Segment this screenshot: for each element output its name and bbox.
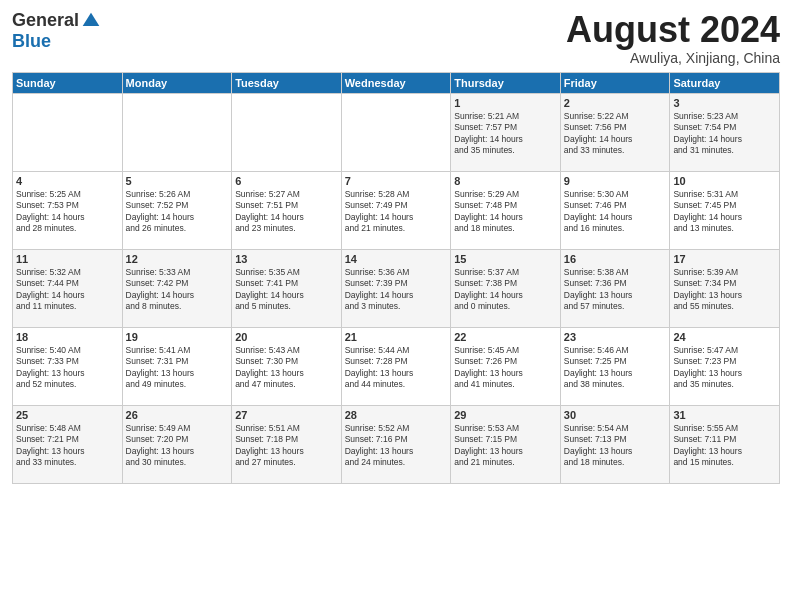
calendar-cell: [13, 93, 123, 171]
col-monday: Monday: [122, 72, 232, 93]
location-subtitle: Awuliya, Xinjiang, China: [566, 50, 780, 66]
day-number: 27: [235, 409, 338, 421]
day-detail: Sunrise: 5:47 AM Sunset: 7:23 PM Dayligh…: [673, 345, 776, 391]
calendar-week-0: 1Sunrise: 5:21 AM Sunset: 7:57 PM Daylig…: [13, 93, 780, 171]
logo-icon: [81, 11, 101, 31]
day-detail: Sunrise: 5:39 AM Sunset: 7:34 PM Dayligh…: [673, 267, 776, 313]
logo-general: General: [12, 10, 79, 31]
day-number: 7: [345, 175, 448, 187]
page-container: General Blue August 2024 Awuliya, Xinjia…: [0, 0, 792, 492]
day-number: 13: [235, 253, 338, 265]
day-number: 31: [673, 409, 776, 421]
day-number: 29: [454, 409, 557, 421]
day-number: 21: [345, 331, 448, 343]
calendar-cell: 11Sunrise: 5:32 AM Sunset: 7:44 PM Dayli…: [13, 249, 123, 327]
calendar-cell: 6Sunrise: 5:27 AM Sunset: 7:51 PM Daylig…: [232, 171, 342, 249]
calendar-cell: 22Sunrise: 5:45 AM Sunset: 7:26 PM Dayli…: [451, 327, 561, 405]
day-detail: Sunrise: 5:22 AM Sunset: 7:56 PM Dayligh…: [564, 111, 667, 157]
day-number: 4: [16, 175, 119, 187]
calendar-cell: 18Sunrise: 5:40 AM Sunset: 7:33 PM Dayli…: [13, 327, 123, 405]
day-detail: Sunrise: 5:45 AM Sunset: 7:26 PM Dayligh…: [454, 345, 557, 391]
col-wednesday: Wednesday: [341, 72, 451, 93]
calendar-cell: 19Sunrise: 5:41 AM Sunset: 7:31 PM Dayli…: [122, 327, 232, 405]
day-number: 1: [454, 97, 557, 109]
day-number: 22: [454, 331, 557, 343]
day-detail: Sunrise: 5:49 AM Sunset: 7:20 PM Dayligh…: [126, 423, 229, 469]
day-number: 5: [126, 175, 229, 187]
calendar-cell: 14Sunrise: 5:36 AM Sunset: 7:39 PM Dayli…: [341, 249, 451, 327]
day-detail: Sunrise: 5:33 AM Sunset: 7:42 PM Dayligh…: [126, 267, 229, 313]
logo-blue: Blue: [12, 31, 51, 52]
day-number: 11: [16, 253, 119, 265]
day-number: 30: [564, 409, 667, 421]
month-title: August 2024: [566, 10, 780, 50]
day-detail: Sunrise: 5:40 AM Sunset: 7:33 PM Dayligh…: [16, 345, 119, 391]
day-detail: Sunrise: 5:23 AM Sunset: 7:54 PM Dayligh…: [673, 111, 776, 157]
day-detail: Sunrise: 5:51 AM Sunset: 7:18 PM Dayligh…: [235, 423, 338, 469]
calendar-cell: 24Sunrise: 5:47 AM Sunset: 7:23 PM Dayli…: [670, 327, 780, 405]
day-detail: Sunrise: 5:36 AM Sunset: 7:39 PM Dayligh…: [345, 267, 448, 313]
day-detail: Sunrise: 5:37 AM Sunset: 7:38 PM Dayligh…: [454, 267, 557, 313]
calendar-week-2: 11Sunrise: 5:32 AM Sunset: 7:44 PM Dayli…: [13, 249, 780, 327]
day-detail: Sunrise: 5:26 AM Sunset: 7:52 PM Dayligh…: [126, 189, 229, 235]
day-detail: Sunrise: 5:28 AM Sunset: 7:49 PM Dayligh…: [345, 189, 448, 235]
day-detail: Sunrise: 5:54 AM Sunset: 7:13 PM Dayligh…: [564, 423, 667, 469]
svg-marker-0: [83, 12, 100, 25]
day-number: 10: [673, 175, 776, 187]
day-number: 12: [126, 253, 229, 265]
page-header: General Blue August 2024 Awuliya, Xinjia…: [12, 10, 780, 66]
calendar-cell: 30Sunrise: 5:54 AM Sunset: 7:13 PM Dayli…: [560, 405, 670, 483]
calendar-cell: 16Sunrise: 5:38 AM Sunset: 7:36 PM Dayli…: [560, 249, 670, 327]
day-detail: Sunrise: 5:21 AM Sunset: 7:57 PM Dayligh…: [454, 111, 557, 157]
calendar-cell: [122, 93, 232, 171]
day-detail: Sunrise: 5:27 AM Sunset: 7:51 PM Dayligh…: [235, 189, 338, 235]
col-friday: Friday: [560, 72, 670, 93]
col-saturday: Saturday: [670, 72, 780, 93]
calendar-cell: 21Sunrise: 5:44 AM Sunset: 7:28 PM Dayli…: [341, 327, 451, 405]
calendar-week-4: 25Sunrise: 5:48 AM Sunset: 7:21 PM Dayli…: [13, 405, 780, 483]
calendar-cell: 29Sunrise: 5:53 AM Sunset: 7:15 PM Dayli…: [451, 405, 561, 483]
calendar-cell: 31Sunrise: 5:55 AM Sunset: 7:11 PM Dayli…: [670, 405, 780, 483]
calendar-cell: [232, 93, 342, 171]
day-number: 15: [454, 253, 557, 265]
title-block: August 2024 Awuliya, Xinjiang, China: [566, 10, 780, 66]
day-number: 3: [673, 97, 776, 109]
calendar-cell: 7Sunrise: 5:28 AM Sunset: 7:49 PM Daylig…: [341, 171, 451, 249]
calendar-table: Sunday Monday Tuesday Wednesday Thursday…: [12, 72, 780, 484]
day-detail: Sunrise: 5:41 AM Sunset: 7:31 PM Dayligh…: [126, 345, 229, 391]
calendar-cell: 12Sunrise: 5:33 AM Sunset: 7:42 PM Dayli…: [122, 249, 232, 327]
day-detail: Sunrise: 5:53 AM Sunset: 7:15 PM Dayligh…: [454, 423, 557, 469]
header-row: Sunday Monday Tuesday Wednesday Thursday…: [13, 72, 780, 93]
day-number: 16: [564, 253, 667, 265]
day-number: 28: [345, 409, 448, 421]
day-number: 25: [16, 409, 119, 421]
col-tuesday: Tuesday: [232, 72, 342, 93]
day-detail: Sunrise: 5:30 AM Sunset: 7:46 PM Dayligh…: [564, 189, 667, 235]
day-number: 6: [235, 175, 338, 187]
day-detail: Sunrise: 5:44 AM Sunset: 7:28 PM Dayligh…: [345, 345, 448, 391]
col-thursday: Thursday: [451, 72, 561, 93]
calendar-cell: 15Sunrise: 5:37 AM Sunset: 7:38 PM Dayli…: [451, 249, 561, 327]
calendar-cell: 4Sunrise: 5:25 AM Sunset: 7:53 PM Daylig…: [13, 171, 123, 249]
day-number: 24: [673, 331, 776, 343]
day-number: 23: [564, 331, 667, 343]
calendar-cell: 2Sunrise: 5:22 AM Sunset: 7:56 PM Daylig…: [560, 93, 670, 171]
day-detail: Sunrise: 5:55 AM Sunset: 7:11 PM Dayligh…: [673, 423, 776, 469]
day-detail: Sunrise: 5:52 AM Sunset: 7:16 PM Dayligh…: [345, 423, 448, 469]
calendar-cell: 10Sunrise: 5:31 AM Sunset: 7:45 PM Dayli…: [670, 171, 780, 249]
day-detail: Sunrise: 5:29 AM Sunset: 7:48 PM Dayligh…: [454, 189, 557, 235]
day-number: 20: [235, 331, 338, 343]
day-detail: Sunrise: 5:43 AM Sunset: 7:30 PM Dayligh…: [235, 345, 338, 391]
day-detail: Sunrise: 5:48 AM Sunset: 7:21 PM Dayligh…: [16, 423, 119, 469]
day-detail: Sunrise: 5:25 AM Sunset: 7:53 PM Dayligh…: [16, 189, 119, 235]
calendar-cell: [341, 93, 451, 171]
calendar-week-1: 4Sunrise: 5:25 AM Sunset: 7:53 PM Daylig…: [13, 171, 780, 249]
day-number: 14: [345, 253, 448, 265]
calendar-cell: 23Sunrise: 5:46 AM Sunset: 7:25 PM Dayli…: [560, 327, 670, 405]
day-number: 9: [564, 175, 667, 187]
day-detail: Sunrise: 5:32 AM Sunset: 7:44 PM Dayligh…: [16, 267, 119, 313]
calendar-cell: 27Sunrise: 5:51 AM Sunset: 7:18 PM Dayli…: [232, 405, 342, 483]
day-detail: Sunrise: 5:35 AM Sunset: 7:41 PM Dayligh…: [235, 267, 338, 313]
calendar-cell: 5Sunrise: 5:26 AM Sunset: 7:52 PM Daylig…: [122, 171, 232, 249]
calendar-cell: 17Sunrise: 5:39 AM Sunset: 7:34 PM Dayli…: [670, 249, 780, 327]
